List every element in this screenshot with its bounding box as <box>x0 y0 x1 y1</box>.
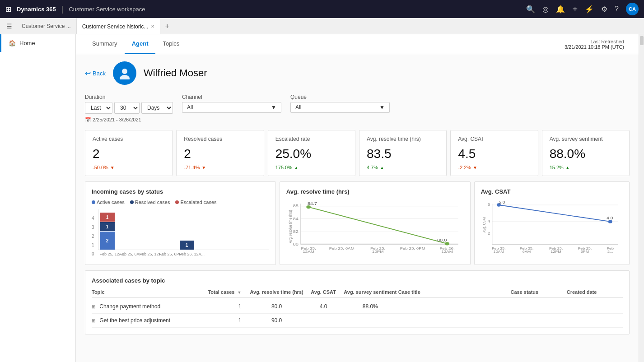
tab-agent[interactable]: Agent <box>125 34 156 54</box>
row-total: 1 <box>204 317 249 324</box>
settings-icon[interactable]: ⚙ <box>601 5 607 14</box>
kpi-avg-survey-sentiment: Avg. survey sentiment 88.0% 15.2% ▲ <box>542 130 630 176</box>
expand-icon[interactable]: ⊞ <box>92 318 95 323</box>
workspace-title: Customer Service workspace <box>69 6 145 13</box>
agent-name: Wilfried Moser <box>144 67 207 79</box>
row-sentiment: 88.0% <box>342 303 398 310</box>
kpi-title: Escalated rate <box>275 136 348 142</box>
search-icon[interactable]: 🔍 <box>526 5 535 14</box>
charts-row: Incoming cases by status Active cases Re… <box>85 181 630 265</box>
kpi-title: Avg. CSAT <box>458 136 530 142</box>
svg-text:12PM: 12PM <box>372 250 384 253</box>
row-total: 1 <box>204 303 249 310</box>
tab-topics[interactable]: Topics <box>155 34 187 54</box>
incoming-cases-chart: Incoming cases by status Active cases Re… <box>85 181 276 265</box>
kpi-value: 25.0% <box>275 147 348 161</box>
sub-tabs: Summary Agent Topics Last Refreshed 3/21… <box>76 34 639 54</box>
kpi-avg-resolve-time: Avg. resolve time (hrs) 83.5 4.7% ▲ <box>359 130 447 176</box>
chart-title: Avg. CSAT <box>481 188 623 195</box>
kpi-value: 88.0% <box>550 147 622 161</box>
svg-text:4: 4 <box>487 219 490 223</box>
col-avgresolve-header: Avg. resolve time (hrs) <box>248 289 304 295</box>
associated-cases-card: Associated cases by topic Topic Total ca… <box>85 270 630 334</box>
help-icon[interactable]: ? <box>615 5 619 13</box>
expand-icon[interactable]: ⊞ <box>92 304 95 309</box>
tab-close-icon[interactable]: ✕ <box>151 24 154 29</box>
back-button[interactable]: ↩ Back <box>85 69 106 78</box>
target-icon[interactable]: ◎ <box>542 5 549 14</box>
svg-text:4.0: 4.0 <box>607 216 613 220</box>
kpi-escalated-rate: Escalated rate 25.0% 175.0% ▲ <box>268 130 355 176</box>
date-range: 📅 2/25/2021 - 3/26/2021 <box>85 117 173 123</box>
table-row: ⊞ Get the best price adjustment 1 90.0 <box>92 314 623 328</box>
bell-icon[interactable]: 🔔 <box>556 5 565 14</box>
agent-avatar <box>113 61 136 85</box>
col-created-header: Created date <box>567 289 623 295</box>
channel-select[interactable]: All ▼ <box>182 102 281 113</box>
kpi-title: Avg. resolve time (hrs) <box>367 136 439 142</box>
svg-point-13 <box>445 242 449 245</box>
svg-text:5: 5 <box>487 203 490 207</box>
svg-text:6AM: 6AM <box>523 250 531 254</box>
app-grid-icon[interactable]: ⊞ <box>5 5 11 14</box>
col-total-header[interactable]: Total cases ▼ <box>204 289 249 295</box>
add-icon[interactable]: + <box>572 4 578 14</box>
svg-point-0 <box>122 69 127 74</box>
svg-text:Avg. CSAT: Avg. CSAT <box>482 216 486 232</box>
svg-text:12AM: 12AM <box>493 250 504 254</box>
svg-text:85: 85 <box>293 204 299 208</box>
assoc-title: Associated cases by topic <box>92 277 623 284</box>
kpi-change: -50.0% ▼ <box>93 165 165 170</box>
user-avatar[interactable]: CA <box>626 3 639 15</box>
svg-text:12AM: 12AM <box>441 250 453 253</box>
line-chart-svg: 85 84 82 80 <box>286 200 464 254</box>
legend-escalated-cases: Escalated cases <box>175 200 216 205</box>
kpi-active-cases: Active cases 2 -50.0% ▼ <box>85 130 173 176</box>
sidebar-item-home[interactable]: 🏠 Home <box>0 34 75 52</box>
csat-line-chart-svg: 5 4 2 <box>481 200 623 254</box>
kpi-change: 175.0% ▲ <box>275 165 348 170</box>
col-sentiment-header: Avg. survey sentiment <box>342 289 398 295</box>
chart-title: Incoming cases by status <box>92 188 269 195</box>
last-refreshed-label: Last Refreshed <box>565 39 624 44</box>
avg-resolve-time-chart: Avg. resolve time (hrs) 85 84 82 80 <box>280 181 471 265</box>
duration-option-select[interactable]: Last <box>85 102 112 114</box>
tab-customer-service-historic[interactable]: Customer Service historic... ✕ <box>77 18 161 34</box>
agent-header: ↩ Back Wilfried Moser <box>85 61 630 85</box>
svg-text:6PM: 6PM <box>581 250 589 254</box>
col-avgcsat-header: Avg. CSAT <box>305 289 342 295</box>
duration-value-select[interactable]: 30 <box>114 102 140 114</box>
legend-resolved-cases: Resolved cases <box>130 200 170 205</box>
add-tab-button[interactable]: + <box>160 18 173 34</box>
col-topic-header: Topic <box>92 289 204 295</box>
svg-text:2: 2 <box>487 232 490 236</box>
svg-text:Feb 25, 6AM: Feb 25, 6AM <box>329 246 355 250</box>
kpi-value: 4.5 <box>458 147 530 161</box>
kpi-row: Active cases 2 -50.0% ▼ Resolved cases 2… <box>85 130 630 176</box>
table-header: Topic Total cases ▼ Avg. resolve time (h… <box>92 289 623 298</box>
svg-text:84.7: 84.7 <box>308 201 317 205</box>
svg-text:5.0: 5.0 <box>499 200 505 204</box>
kpi-value: 2 <box>93 147 165 161</box>
tab-summary[interactable]: Summary <box>85 34 125 54</box>
right-scrollbar[interactable] <box>639 34 644 362</box>
top-nav: ⊞ Dynamics 365 | Customer Service worksp… <box>0 0 644 18</box>
filter-icon[interactable]: ⚡ <box>585 5 594 14</box>
sidebar-home-label: Home <box>19 40 35 46</box>
kpi-title: Active cases <box>93 136 165 142</box>
tab-bar: ☰ Customer Service ... Customer Service … <box>0 18 644 34</box>
dashboard: ↩ Back Wilfried Moser Duration <box>76 54 639 362</box>
kpi-title: Resolved cases <box>184 136 256 142</box>
hamburger-menu[interactable]: ☰ <box>2 18 16 34</box>
queue-select[interactable]: All ▼ <box>290 102 390 113</box>
brand-name: Dynamics 365 <box>17 6 56 13</box>
avg-csat-chart: Avg. CSAT 5 4 2 <box>474 181 630 265</box>
duration-unit-select[interactable]: Days <box>141 102 173 114</box>
svg-text:2...: 2... <box>607 250 613 254</box>
back-label: Back <box>93 70 106 77</box>
row-topic: ⊞ Get the best price adjustment <box>92 317 204 324</box>
channel-filter: Channel All ▼ <box>182 94 281 113</box>
last-refreshed: Last Refreshed 3/21/2021 10:18 PM (UTC) <box>565 39 624 50</box>
tab-customer-service[interactable]: Customer Service ... <box>16 18 77 34</box>
home-icon: 🏠 <box>9 40 16 46</box>
